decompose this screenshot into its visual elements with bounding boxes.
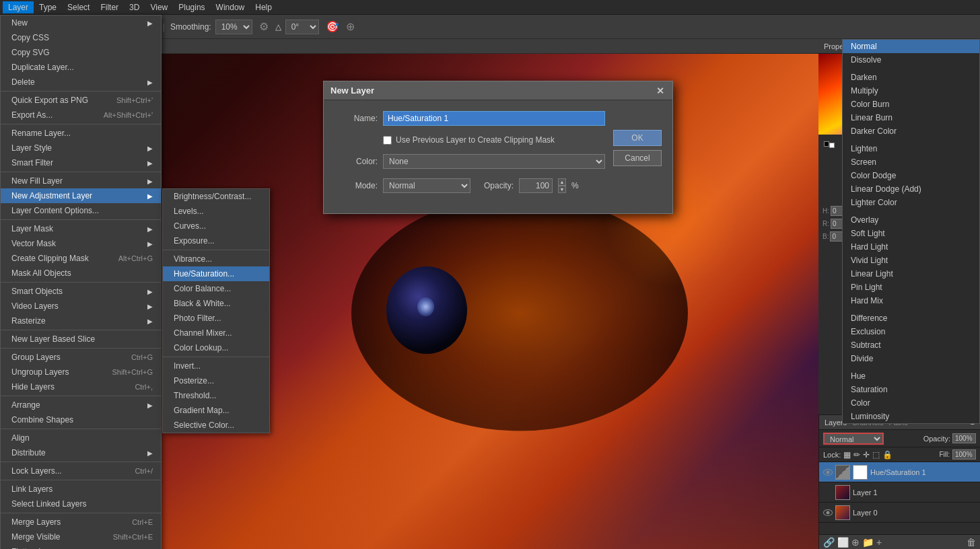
spinner-up[interactable]: ▲: [558, 178, 566, 186]
menu-item-ungroup-layers[interactable]: Ungroup Layers Shift+Ctrl+G: [1, 365, 161, 379]
menu-item-merge-visible[interactable]: Merge Visible Shift+Ctrl+E: [1, 529, 161, 544]
modal-opacity-input[interactable]: [519, 178, 553, 193]
menu-item-group-layers[interactable]: Group Layers Ctrl+G: [1, 350, 161, 365]
submenu-levels[interactable]: Levels...: [163, 204, 269, 219]
blend-hue[interactable]: Hue: [843, 369, 979, 383]
angle-select[interactable]: 0°: [285, 20, 319, 34]
menu-item-align[interactable]: Align: [1, 431, 161, 445]
submenu-brightness-contrast[interactable]: Brightness/Contrast...: [163, 189, 269, 204]
add-adjustment-btn[interactable]: ⊕: [851, 537, 860, 548]
menu-item-delete[interactable]: Delete ▶: [1, 75, 161, 89]
submenu-photo-filter[interactable]: Photo Filter...: [163, 311, 269, 326]
menu-type[interactable]: Type: [34, 1, 62, 13]
blend-saturation[interactable]: Saturation: [843, 383, 979, 396]
menu-item-create-clipping-mask[interactable]: Create Clipping Mask Alt+Ctrl+G: [1, 251, 161, 266]
blend-pin-light[interactable]: Pin Light: [843, 281, 979, 294]
spinner-down[interactable]: ▼: [558, 186, 566, 193]
fill-input[interactable]: [952, 449, 976, 460]
blend-color-dodge[interactable]: Color Dodge: [843, 169, 979, 182]
blend-lighten[interactable]: Lighten: [843, 142, 979, 155]
blend-multiply[interactable]: Multiply: [843, 84, 979, 98]
menu-view[interactable]: View: [145, 1, 173, 13]
lock-all-btn[interactable]: 🔒: [882, 450, 893, 460]
blend-linear-dodge[interactable]: Linear Dodge (Add): [843, 182, 979, 196]
submenu-vibrance[interactable]: Vibrance...: [163, 252, 269, 266]
submenu-posterize[interactable]: Posterize...: [163, 373, 269, 388]
menu-item-rename-layer[interactable]: Rename Layer...: [1, 126, 161, 141]
menu-item-combine-shapes[interactable]: Combine Shapes: [1, 412, 161, 427]
blend-darken[interactable]: Darken: [843, 71, 979, 84]
blend-linear-light[interactable]: Linear Light: [843, 267, 979, 281]
menu-item-layer-mask[interactable]: Layer Mask ▶: [1, 221, 161, 236]
modal-color-select[interactable]: None Red Orange Yellow Green Blue Violet…: [383, 154, 605, 169]
blend-subtract[interactable]: Subtract: [843, 338, 979, 352]
menu-item-new-fill-layer[interactable]: New Fill Layer ▶: [1, 174, 161, 188]
menu-3d[interactable]: 3D: [124, 1, 145, 13]
menu-item-layer-content-options[interactable]: Layer Content Options...: [1, 203, 161, 218]
layer-row-layer1[interactable]: Layer 1: [819, 482, 980, 503]
menu-item-layer-style[interactable]: Layer Style ▶: [1, 141, 161, 155]
visibility-icon-layer0[interactable]: [823, 509, 833, 516]
menu-item-flatten-image[interactable]: Flatten Image: [1, 544, 161, 549]
modal-ok-btn[interactable]: OK: [613, 130, 662, 146]
blend-difference[interactable]: Difference: [843, 312, 979, 325]
blend-color[interactable]: Color: [843, 396, 979, 410]
blend-color-burn[interactable]: Color Burn: [843, 98, 979, 111]
menu-item-link-layers[interactable]: Link Layers: [1, 482, 161, 497]
delete-layer-btn[interactable]: 🗑: [967, 537, 976, 548]
submenu-selective-color[interactable]: Selective Color...: [163, 418, 269, 433]
menu-item-vector-mask[interactable]: Vector Mask ▶: [1, 236, 161, 251]
blend-soft-light[interactable]: Soft Light: [843, 227, 979, 240]
menu-item-copy-svg[interactable]: Copy SVG: [1, 45, 161, 60]
menu-filter[interactable]: Filter: [95, 1, 124, 13]
lock-position-btn[interactable]: ✛: [863, 450, 870, 460]
lock-artboard-btn[interactable]: ⬚: [872, 450, 880, 460]
menu-item-merge-layers[interactable]: Merge Layers Ctrl+E: [1, 515, 161, 529]
menu-item-smart-filter[interactable]: Smart Filter ▶: [1, 155, 161, 170]
submenu-curves[interactable]: Curves...: [163, 219, 269, 233]
menu-item-smart-objects[interactable]: Smart Objects ▶: [1, 284, 161, 299]
menu-help[interactable]: Help: [250, 1, 277, 13]
menu-select[interactable]: Select: [62, 1, 95, 13]
layer-row-hue-sat[interactable]: Hue/Saturation 1: [819, 462, 980, 482]
add-folder-btn[interactable]: 📁: [862, 537, 874, 548]
smoothing-select[interactable]: 10%: [215, 20, 252, 34]
menu-item-copy-css[interactable]: Copy CSS: [1, 30, 161, 45]
link-layers-btn[interactable]: 🔗: [823, 537, 835, 548]
visibility-icon-hue-sat[interactable]: [823, 469, 833, 476]
menu-item-new-adjustment-layer[interactable]: New Adjustment Layer ▶ Brightness/Contra…: [1, 188, 161, 203]
modal-opacity-spinner[interactable]: ▲ ▼: [558, 178, 566, 193]
blend-luminosity[interactable]: Luminosity: [843, 410, 979, 423]
add-layer-btn[interactable]: +: [876, 537, 882, 548]
submenu-black-white[interactable]: Black & White...: [163, 296, 269, 311]
menu-window[interactable]: Window: [211, 1, 250, 13]
submenu-color-balance[interactable]: Color Balance...: [163, 281, 269, 296]
blend-divide[interactable]: Divide: [843, 352, 979, 365]
submenu-hue-saturation[interactable]: Hue/Saturation...: [163, 266, 269, 281]
lock-transparent-btn[interactable]: ▦: [843, 450, 851, 460]
menu-item-new[interactable]: New ▶: [1, 15, 161, 30]
add-mask-btn[interactable]: ⬜: [837, 537, 849, 548]
blend-darker-color[interactable]: Darker Color: [843, 124, 979, 138]
lock-image-btn[interactable]: ✏: [853, 450, 860, 460]
menu-item-rasterize[interactable]: Rasterize ▶: [1, 314, 161, 328]
menu-item-distribute[interactable]: Distribute ▶: [1, 445, 161, 460]
blend-hard-light[interactable]: Hard Light: [843, 240, 979, 254]
submenu-threshold[interactable]: Threshold...: [163, 388, 269, 403]
blend-screen[interactable]: Screen: [843, 155, 979, 169]
blend-normal[interactable]: Normal: [843, 40, 979, 53]
layer-row-layer0[interactable]: Layer 0: [819, 503, 980, 523]
submenu-exposure[interactable]: Exposure...: [163, 233, 269, 248]
fg-color[interactable]: [824, 141, 829, 147]
bg-color[interactable]: [829, 143, 835, 148]
menu-item-mask-all-objects[interactable]: Mask All Objects: [1, 266, 161, 281]
menu-item-export-as[interactable]: Export As... Alt+Shift+Ctrl+': [1, 108, 161, 122]
blend-lighter-color[interactable]: Lighter Color: [843, 196, 979, 209]
menu-item-quick-export[interactable]: Quick Export as PNG Shift+Ctrl+': [1, 93, 161, 108]
blend-linear-burn[interactable]: Linear Burn: [843, 111, 979, 124]
menu-item-lock-layers[interactable]: Lock Layers... Ctrl+/: [1, 464, 161, 478]
modal-close-btn[interactable]: ✕: [655, 85, 666, 96]
modal-name-input[interactable]: [383, 111, 605, 126]
menu-item-select-linked-layers[interactable]: Select Linked Layers: [1, 497, 161, 511]
blend-exclusion[interactable]: Exclusion: [843, 325, 979, 338]
